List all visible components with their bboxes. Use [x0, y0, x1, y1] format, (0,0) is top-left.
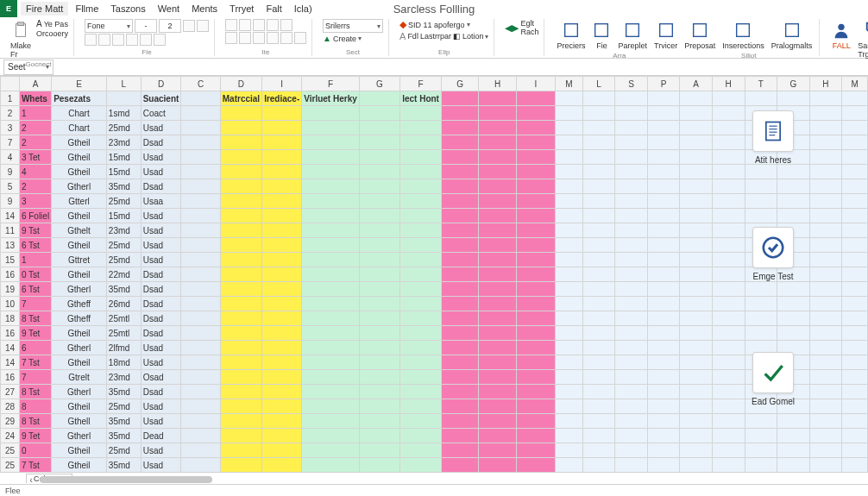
- cell[interactable]: [262, 150, 302, 165]
- cell[interactable]: [680, 179, 713, 194]
- cell[interactable]: [712, 429, 745, 443]
- cell[interactable]: [712, 194, 745, 209]
- cell[interactable]: [181, 370, 220, 385]
- cell[interactable]: [302, 414, 360, 429]
- cell[interactable]: [262, 429, 302, 443]
- cell[interactable]: 25md: [106, 238, 141, 253]
- cell[interactable]: [302, 253, 360, 267]
- row-header[interactable]: 16: [1, 326, 20, 341]
- cell[interactable]: 25mtl: [106, 326, 141, 341]
- cell[interactable]: [441, 209, 478, 223]
- cell[interactable]: [181, 326, 220, 341]
- cell[interactable]: [615, 414, 648, 429]
- align-left-button[interactable]: [225, 32, 237, 44]
- cell[interactable]: 6 Foliel: [19, 209, 51, 223]
- cell[interactable]: [582, 297, 615, 311]
- cell[interactable]: [441, 370, 478, 385]
- cell[interactable]: 7 Tst: [19, 355, 51, 370]
- cell[interactable]: [777, 179, 810, 194]
- cell[interactable]: [479, 253, 516, 267]
- cell[interactable]: 6 Tst: [19, 238, 51, 253]
- cell[interactable]: Gtrelt: [52, 370, 107, 385]
- cell[interactable]: [302, 399, 360, 414]
- cell[interactable]: [842, 91, 868, 106]
- cell[interactable]: Usad: [141, 414, 181, 429]
- cell[interactable]: [615, 106, 648, 121]
- cell[interactable]: [556, 253, 583, 267]
- cell[interactable]: [647, 121, 680, 135]
- cell[interactable]: [647, 150, 680, 165]
- cell[interactable]: [556, 223, 583, 238]
- select-all-corner[interactable]: [1, 77, 20, 91]
- cell[interactable]: [359, 385, 399, 399]
- cell[interactable]: [582, 385, 615, 399]
- name-box[interactable]: Seet▾: [3, 60, 53, 75]
- cell[interactable]: [516, 150, 555, 165]
- cell[interactable]: [556, 326, 583, 341]
- cell[interactable]: [262, 135, 302, 150]
- cell[interactable]: [220, 385, 261, 399]
- cell[interactable]: [262, 282, 302, 297]
- cell[interactable]: Dsad: [141, 135, 181, 150]
- cell[interactable]: Gtherl: [52, 341, 107, 355]
- cell[interactable]: 0: [19, 443, 51, 458]
- cell[interactable]: 6: [19, 341, 51, 355]
- cell[interactable]: [647, 135, 680, 150]
- cell[interactable]: [479, 238, 516, 253]
- cell[interactable]: [615, 443, 648, 458]
- cell[interactable]: [647, 194, 680, 209]
- cell[interactable]: [647, 253, 680, 267]
- cell[interactable]: [302, 223, 360, 238]
- align-mid-button[interactable]: [239, 19, 251, 31]
- cell[interactable]: 35md: [106, 282, 141, 297]
- cell[interactable]: [680, 267, 713, 282]
- cell[interactable]: [400, 179, 442, 194]
- sankless-button[interactable]: SanKless Trgs: [856, 19, 868, 60]
- cell[interactable]: [479, 194, 516, 209]
- cell[interactable]: Usad: [141, 121, 181, 135]
- cell[interactable]: [680, 209, 713, 223]
- cell[interactable]: [615, 150, 648, 165]
- cell[interactable]: [842, 253, 868, 267]
- cell[interactable]: Usad: [141, 238, 181, 253]
- cell[interactable]: [842, 282, 868, 297]
- cell[interactable]: [582, 282, 615, 297]
- cell[interactable]: [262, 341, 302, 355]
- cell[interactable]: [400, 443, 442, 458]
- merge-button[interactable]: [294, 32, 306, 44]
- cell[interactable]: [441, 311, 478, 326]
- cell[interactable]: [516, 311, 555, 326]
- cell[interactable]: [842, 385, 868, 399]
- cell[interactable]: 1smd: [106, 106, 141, 121]
- cell[interactable]: [582, 165, 615, 179]
- cell[interactable]: [842, 194, 868, 209]
- cell[interactable]: [181, 121, 220, 135]
- row-header[interactable]: 4: [1, 150, 20, 165]
- cell[interactable]: [220, 209, 261, 223]
- cell[interactable]: [516, 282, 555, 297]
- cell[interactable]: Dsad: [141, 326, 181, 341]
- cell[interactable]: [842, 150, 868, 165]
- cell[interactable]: [615, 179, 648, 194]
- menu-tab-taszons[interactable]: Taszons: [105, 2, 150, 16]
- cell[interactable]: [582, 135, 615, 150]
- cell[interactable]: [220, 311, 261, 326]
- col-header[interactable]: F: [400, 77, 442, 91]
- cell[interactable]: [302, 209, 360, 223]
- cell[interactable]: [712, 179, 745, 194]
- cell[interactable]: [516, 458, 555, 473]
- cell[interactable]: [842, 209, 868, 223]
- col-header[interactable]: H: [479, 77, 516, 91]
- cell[interactable]: Dsad: [141, 311, 181, 326]
- cell[interactable]: [516, 399, 555, 414]
- row-header[interactable]: 15: [1, 253, 20, 267]
- cell[interactable]: [809, 238, 842, 253]
- cell[interactable]: [809, 253, 842, 267]
- cell[interactable]: [809, 267, 842, 282]
- row-header[interactable]: 7: [1, 135, 20, 150]
- cell[interactable]: [516, 121, 555, 135]
- cell[interactable]: [615, 311, 648, 326]
- cell[interactable]: [516, 414, 555, 429]
- cell[interactable]: Dead: [141, 429, 181, 443]
- cell[interactable]: [745, 458, 777, 473]
